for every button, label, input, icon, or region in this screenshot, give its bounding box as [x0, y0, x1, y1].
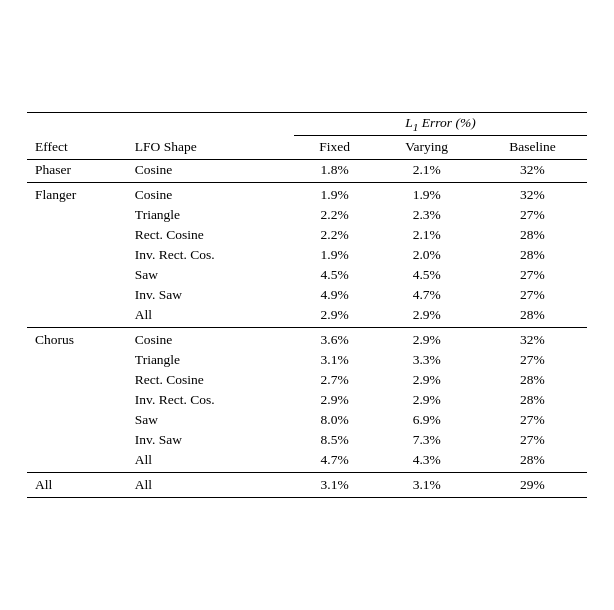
baseline-cell: 28% — [478, 370, 587, 390]
fixed-cell: 2.2% — [294, 205, 376, 225]
effect-cell — [27, 430, 127, 450]
baseline-col-header: Baseline — [478, 135, 587, 159]
baseline-cell: 29% — [478, 472, 587, 497]
baseline-cell: 27% — [478, 410, 587, 430]
baseline-cell: 32% — [478, 327, 587, 350]
effect-cell — [27, 205, 127, 225]
lfo-cell: Inv. Rect. Cos. — [127, 390, 294, 410]
fixed-cell: 4.7% — [294, 450, 376, 473]
fixed-cell: 2.9% — [294, 390, 376, 410]
lfo-cell: Triangle — [127, 350, 294, 370]
baseline-cell: 27% — [478, 350, 587, 370]
baseline-cell: 32% — [478, 182, 587, 205]
fixed-cell: 4.5% — [294, 265, 376, 285]
effect-cell: Chorus — [27, 327, 127, 350]
fixed-cell: 1.8% — [294, 159, 376, 182]
varying-cell: 2.0% — [375, 245, 477, 265]
fixed-cell: 8.5% — [294, 430, 376, 450]
baseline-cell: 27% — [478, 205, 587, 225]
fixed-cell: 1.9% — [294, 245, 376, 265]
effect-cell — [27, 370, 127, 390]
lfo-cell: Inv. Saw — [127, 285, 294, 305]
effect-cell — [27, 350, 127, 370]
varying-cell: 4.5% — [375, 265, 477, 285]
table-container: L1 Error (%) Effect LFO Shape Fixed Vary… — [27, 112, 587, 498]
lfo-col-header: LFO Shape — [127, 135, 294, 159]
varying-cell: 4.3% — [375, 450, 477, 473]
varying-cell: 2.9% — [375, 390, 477, 410]
baseline-cell: 28% — [478, 450, 587, 473]
fixed-cell: 3.1% — [294, 472, 376, 497]
lfo-cell: Triangle — [127, 205, 294, 225]
fixed-cell: 2.2% — [294, 225, 376, 245]
baseline-cell: 28% — [478, 305, 587, 328]
varying-cell: 3.3% — [375, 350, 477, 370]
effect-cell — [27, 265, 127, 285]
lfo-cell: Rect. Cosine — [127, 225, 294, 245]
lfo-cell: Inv. Rect. Cos. — [127, 245, 294, 265]
lfo-cell: All — [127, 472, 294, 497]
varying-cell: 2.9% — [375, 370, 477, 390]
lfo-cell: Cosine — [127, 182, 294, 205]
fixed-cell: 4.9% — [294, 285, 376, 305]
varying-cell: 7.3% — [375, 430, 477, 450]
effect-cell: Phaser — [27, 159, 127, 182]
varying-col-header: Varying — [375, 135, 477, 159]
lfo-cell: All — [127, 305, 294, 328]
effect-cell — [27, 285, 127, 305]
fixed-cell: 3.6% — [294, 327, 376, 350]
baseline-cell: 27% — [478, 285, 587, 305]
empty-header — [27, 113, 294, 136]
varying-cell: 1.9% — [375, 182, 477, 205]
fixed-cell: 2.7% — [294, 370, 376, 390]
varying-cell: 2.9% — [375, 327, 477, 350]
baseline-cell: 27% — [478, 430, 587, 450]
fixed-cell: 2.9% — [294, 305, 376, 328]
fixed-col-header: Fixed — [294, 135, 376, 159]
lfo-cell: All — [127, 450, 294, 473]
varying-cell: 4.7% — [375, 285, 477, 305]
effect-cell — [27, 410, 127, 430]
varying-cell: 6.9% — [375, 410, 477, 430]
varying-cell: 3.1% — [375, 472, 477, 497]
effect-cell: Flanger — [27, 182, 127, 205]
effect-cell — [27, 450, 127, 473]
fixed-cell: 3.1% — [294, 350, 376, 370]
baseline-cell: 32% — [478, 159, 587, 182]
fixed-cell: 8.0% — [294, 410, 376, 430]
effect-cell: All — [27, 472, 127, 497]
lfo-cell: Inv. Saw — [127, 430, 294, 450]
lfo-cell: Cosine — [127, 327, 294, 350]
effect-col-header: Effect — [27, 135, 127, 159]
fixed-cell: 1.9% — [294, 182, 376, 205]
varying-cell: 2.1% — [375, 159, 477, 182]
effect-cell — [27, 225, 127, 245]
baseline-cell: 28% — [478, 245, 587, 265]
lfo-cell: Rect. Cosine — [127, 370, 294, 390]
l1-error-header: L1 Error (%) — [294, 113, 587, 136]
effect-cell — [27, 390, 127, 410]
baseline-cell: 27% — [478, 265, 587, 285]
lfo-cell: Saw — [127, 265, 294, 285]
effect-cell — [27, 305, 127, 328]
varying-cell: 2.9% — [375, 305, 477, 328]
baseline-cell: 28% — [478, 390, 587, 410]
lfo-cell: Saw — [127, 410, 294, 430]
baseline-cell: 28% — [478, 225, 587, 245]
effect-cell — [27, 245, 127, 265]
results-table: L1 Error (%) Effect LFO Shape Fixed Vary… — [27, 112, 587, 498]
varying-cell: 2.3% — [375, 205, 477, 225]
varying-cell: 2.1% — [375, 225, 477, 245]
lfo-cell: Cosine — [127, 159, 294, 182]
